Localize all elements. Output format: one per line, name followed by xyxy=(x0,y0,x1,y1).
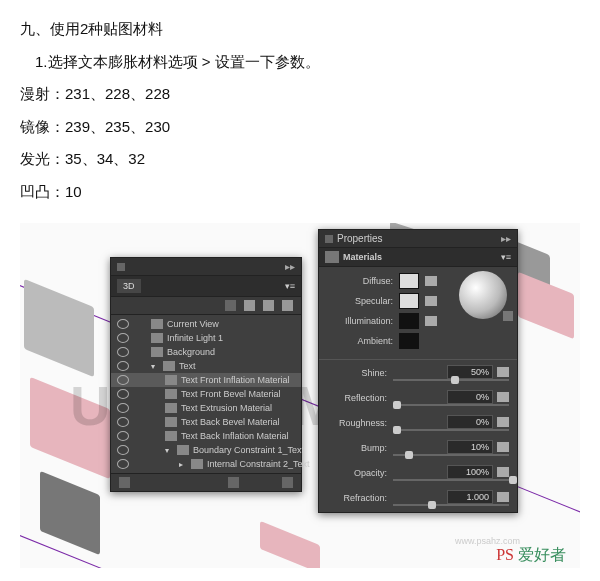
watermark-brand: PS 爱好者 xyxy=(496,545,566,566)
trash-icon[interactable] xyxy=(282,477,293,488)
texture-picker-icon[interactable] xyxy=(497,442,509,452)
slider-value[interactable]: 100% xyxy=(447,465,493,479)
scene-item[interactable]: Current View xyxy=(111,317,301,331)
visibility-eye-icon[interactable] xyxy=(117,403,129,413)
visibility-eye-icon[interactable] xyxy=(117,361,129,371)
mat-icon xyxy=(165,403,177,413)
slider-knob[interactable] xyxy=(393,401,401,409)
filter-mesh-icon[interactable] xyxy=(244,300,255,311)
preview-menu-icon[interactable] xyxy=(503,311,513,321)
swatch-diffuse[interactable] xyxy=(399,273,419,289)
render-icon[interactable] xyxy=(119,477,130,488)
scene-item-label: Text Front Inflation Material xyxy=(181,375,290,385)
panel-3d[interactable]: ▸▸ 3D ▾≡ Current ViewInfinite Light 1Bac… xyxy=(110,257,302,492)
scene-item[interactable]: Infinite Light 1 xyxy=(111,331,301,345)
new-light-icon[interactable] xyxy=(228,477,239,488)
slider-track[interactable] xyxy=(393,454,509,456)
slider-value[interactable]: 0% xyxy=(447,390,493,404)
mat-icon xyxy=(165,389,177,399)
swatch-specular[interactable] xyxy=(399,293,419,309)
slider-knob[interactable] xyxy=(509,476,517,484)
texture-picker-icon[interactable] xyxy=(497,467,509,477)
bg-shape xyxy=(40,471,100,555)
camera-icon xyxy=(151,319,163,329)
scene-item[interactable]: Text Extrusion Material xyxy=(111,401,301,415)
scene-item[interactable]: ▸Internal Constraint 2_Text xyxy=(111,457,301,471)
scene-item[interactable]: ▾Boundary Constraint 1_Text xyxy=(111,443,301,457)
tab-materials: Materials xyxy=(343,252,382,262)
slider-track[interactable] xyxy=(393,429,509,431)
visibility-eye-icon[interactable] xyxy=(117,319,129,329)
slider-value[interactable]: 0% xyxy=(447,415,493,429)
panel-properties[interactable]: Properties ▸▸ Materials ▾≡ Diffuse: Spec… xyxy=(318,229,518,513)
scene-item-label: Internal Constraint 2_Text xyxy=(207,459,310,469)
texture-picker-icon[interactable] xyxy=(425,296,437,306)
slider-knob[interactable] xyxy=(405,451,413,459)
texture-picker-icon[interactable] xyxy=(497,492,509,502)
mesh-icon xyxy=(191,459,203,469)
filter-light-icon[interactable] xyxy=(282,300,293,311)
slider-label: Bump: xyxy=(327,443,387,453)
param-bump: 凹凸：10 xyxy=(20,181,580,204)
scene-item[interactable]: Text Back Bevel Material xyxy=(111,415,301,429)
panel-3d-header[interactable]: ▸▸ xyxy=(111,258,301,276)
slider-knob[interactable] xyxy=(451,376,459,384)
expand-chevron-icon[interactable]: ▾ xyxy=(151,362,159,371)
slider-label: Opacity: xyxy=(327,468,387,478)
panel-menu-icon[interactable]: ▾≡ xyxy=(501,252,511,262)
expand-chevron-icon[interactable]: ▾ xyxy=(165,446,173,455)
scene-item-label: Text Front Bevel Material xyxy=(181,389,281,399)
visibility-eye-icon[interactable] xyxy=(117,417,129,427)
visibility-eye-icon[interactable] xyxy=(117,431,129,441)
texture-picker-icon[interactable] xyxy=(497,417,509,427)
scene-item[interactable]: ▾Text xyxy=(111,359,301,373)
slider-label: Roughness: xyxy=(327,418,387,428)
tab-3d[interactable]: 3D xyxy=(117,279,141,293)
filter-all-icon[interactable] xyxy=(225,300,236,311)
slider-opacity: Opacity:100% xyxy=(319,462,517,487)
slider-knob[interactable] xyxy=(393,426,401,434)
visibility-eye-icon[interactable] xyxy=(117,459,129,469)
scene-item-label: Text Extrusion Material xyxy=(181,403,272,413)
panel-properties-header[interactable]: Properties ▸▸ xyxy=(319,230,517,248)
texture-picker-icon[interactable] xyxy=(497,392,509,402)
material-preview-sphere[interactable] xyxy=(459,271,507,319)
collapse-icon[interactable]: ▸▸ xyxy=(285,261,295,272)
screenshot-stage: UiBC.COM ▸▸ 3D ▾≡ Current ViewInfinite L… xyxy=(20,223,580,568)
slider-reflection: Reflection:0% xyxy=(319,387,517,412)
scene-item[interactable]: Text Front Bevel Material xyxy=(111,387,301,401)
texture-picker-icon[interactable] xyxy=(425,316,437,326)
visibility-eye-icon[interactable] xyxy=(117,389,129,399)
swatch-illumination[interactable] xyxy=(399,313,419,329)
materials-icon xyxy=(325,251,339,263)
visibility-eye-icon[interactable] xyxy=(117,375,129,385)
slider-track[interactable] xyxy=(393,504,509,506)
filter-material-icon[interactable] xyxy=(263,300,274,311)
scene-item[interactable]: Background xyxy=(111,345,301,359)
visibility-eye-icon[interactable] xyxy=(117,445,129,455)
panel-title: Properties xyxy=(337,233,383,244)
visibility-eye-icon[interactable] xyxy=(117,347,129,357)
slider-value[interactable]: 1.000 xyxy=(447,490,493,504)
panel-3d-tabbar: 3D ▾≡ xyxy=(111,276,301,297)
expand-chevron-icon[interactable]: ▸ xyxy=(179,460,187,469)
slider-roughness: Roughness:0% xyxy=(319,412,517,437)
slider-track[interactable] xyxy=(393,479,509,481)
scene-item[interactable]: Text Front Inflation Material xyxy=(111,373,301,387)
collapse-icon[interactable]: ▸▸ xyxy=(501,233,511,244)
swatch-ambient[interactable] xyxy=(399,333,419,349)
slider-refraction: Refraction:1.000 xyxy=(319,487,517,512)
visibility-eye-icon[interactable] xyxy=(117,333,129,343)
param-specular: 镜像：239、235、230 xyxy=(20,116,580,139)
slider-track[interactable] xyxy=(393,379,509,381)
slider-value[interactable]: 10% xyxy=(447,440,493,454)
slider-knob[interactable] xyxy=(428,501,436,509)
grip-icon xyxy=(117,263,125,271)
scene-item-label: Infinite Light 1 xyxy=(167,333,223,343)
panel-menu-icon[interactable]: ▾≡ xyxy=(285,281,295,291)
texture-picker-icon[interactable] xyxy=(425,276,437,286)
slider-track[interactable] xyxy=(393,404,509,406)
texture-picker-icon[interactable] xyxy=(497,367,509,377)
param-illumination: 发光：35、34、32 xyxy=(20,148,580,171)
scene-item[interactable]: Text Back Inflation Material xyxy=(111,429,301,443)
